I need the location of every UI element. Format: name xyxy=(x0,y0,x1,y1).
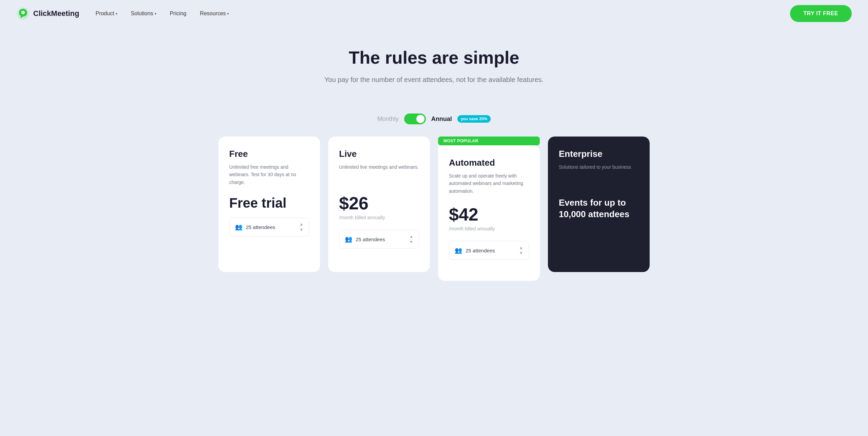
toggle-track xyxy=(404,113,426,124)
attendees-icon: 👥 xyxy=(235,223,242,231)
plan-card-automated-wrapper: MOST POPULAR Automated Scale up and oper… xyxy=(438,137,540,281)
hero-title: The rules are simple xyxy=(7,47,861,68)
free-attendees-selector[interactable]: 👥 25 attendees ▲ ▼ xyxy=(229,217,309,236)
live-plan-name: Live xyxy=(339,149,419,159)
plan-card-enterprise: Enterprise Solutions tailored to your bu… xyxy=(548,137,650,272)
live-attendees-left: 👥 25 attendees xyxy=(345,235,385,243)
live-plan-billing: /month billed annually xyxy=(339,215,419,220)
logo[interactable]: ClickMeeting xyxy=(16,7,79,20)
nav-left: ClickMeeting Product ▾ Solutions ▾ Prici… xyxy=(16,7,229,20)
automated-plan-price: $42 xyxy=(449,204,529,225)
arrow-up-icon: ▲ xyxy=(519,245,523,250)
automated-attendees-left: 👥 25 attendees xyxy=(455,247,495,254)
logo-icon xyxy=(16,7,30,20)
billing-toggle-switch[interactable] xyxy=(404,113,426,124)
arrow-up-icon: ▲ xyxy=(409,234,413,239)
arrow-down-icon: ▼ xyxy=(409,240,413,244)
live-attendees-arrows[interactable]: ▲ ▼ xyxy=(409,234,413,244)
arrow-down-icon: ▼ xyxy=(519,251,523,255)
automated-plan-description: Scale up and operate freely with automat… xyxy=(449,172,529,195)
free-plan-description: Unlimited free meetings and webinars. Te… xyxy=(229,163,309,186)
plan-card-automated: Automated Scale up and operate freely wi… xyxy=(438,145,540,281)
enterprise-plan-description: Solutions tailored to your business xyxy=(559,163,639,184)
nav-solutions[interactable]: Solutions ▾ xyxy=(131,11,156,17)
automated-attendees-selector[interactable]: 👥 25 attendees ▲ ▼ xyxy=(449,241,529,260)
enterprise-plan-name: Enterprise xyxy=(559,149,639,159)
free-plan-name: Free xyxy=(229,149,309,159)
toggle-thumb xyxy=(416,115,425,123)
live-plan-description: Unlimited live meetings and webinars. xyxy=(339,163,419,184)
plan-card-free: Free Unlimited free meetings and webinar… xyxy=(218,137,320,272)
most-popular-badge: MOST POPULAR xyxy=(438,137,540,145)
billing-toggle: Monthly Annual you save 20% xyxy=(0,113,868,124)
product-chevron-icon: ▾ xyxy=(116,12,117,16)
free-attendees-value: 25 attendees xyxy=(246,224,275,230)
annual-label: Annual xyxy=(431,116,452,123)
free-plan-price: Free trial xyxy=(229,195,309,211)
nav-product[interactable]: Product ▾ xyxy=(96,11,117,17)
automated-plan-name: Automated xyxy=(449,158,529,168)
try-free-button[interactable]: TRY IT FREE xyxy=(790,5,852,22)
hero-subtitle: You pay for the number of event attendee… xyxy=(7,76,861,84)
live-attendees-selector[interactable]: 👥 25 attendees ▲ ▼ xyxy=(339,230,419,249)
free-attendees-arrows[interactable]: ▲ ▼ xyxy=(299,222,303,232)
nav-resources[interactable]: Resources ▾ xyxy=(200,11,229,17)
free-attendees-left: 👥 25 attendees xyxy=(235,223,275,231)
live-plan-price: $26 xyxy=(339,193,419,213)
arrow-up-icon: ▲ xyxy=(299,222,303,227)
live-attendees-value: 25 attendees xyxy=(356,236,385,242)
logo-text: ClickMeeting xyxy=(33,9,79,18)
nav-pricing[interactable]: Pricing xyxy=(170,11,186,17)
save-badge: you save 20% xyxy=(457,115,491,123)
attendees-icon: 👥 xyxy=(455,247,462,254)
automated-attendees-arrows[interactable]: ▲ ▼ xyxy=(519,245,523,255)
hero-section: The rules are simple You pay for the num… xyxy=(0,27,868,97)
navbar: ClickMeeting Product ▾ Solutions ▾ Prici… xyxy=(0,0,868,27)
resources-chevron-icon: ▾ xyxy=(227,12,229,16)
enterprise-attendees-text: Events for up to 10,000 attendees xyxy=(559,197,639,220)
automated-attendees-value: 25 attendees xyxy=(466,248,495,253)
pricing-section: Free Unlimited free meetings and webinar… xyxy=(0,137,868,301)
attendees-icon: 👥 xyxy=(345,235,352,243)
arrow-down-icon: ▼ xyxy=(299,227,303,232)
nav-links: Product ▾ Solutions ▾ Pricing Resources … xyxy=(96,11,229,17)
monthly-label: Monthly xyxy=(377,116,399,123)
solutions-chevron-icon: ▾ xyxy=(155,12,156,16)
automated-plan-billing: /month billed annually xyxy=(449,226,529,231)
plan-card-live: Live Unlimited live meetings and webinar… xyxy=(328,137,430,272)
